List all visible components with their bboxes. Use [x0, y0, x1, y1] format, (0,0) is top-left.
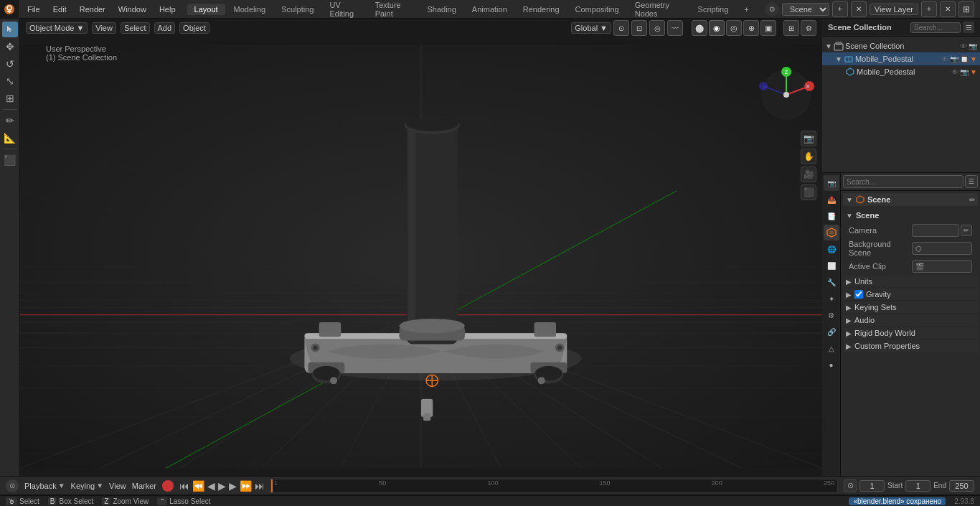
view-layer-selector[interactable]: View Layer	[870, 4, 918, 15]
menu-render[interactable]: Render	[74, 4, 111, 15]
background-scene-input[interactable]: ⬡	[912, 242, 972, 255]
proportional-edit-btn[interactable]: ◎	[649, 20, 665, 36]
overlay-btn[interactable]: ⊕	[743, 20, 759, 36]
view-dropdown[interactable]: View	[109, 482, 126, 490]
keying-sets-header[interactable]: ▶ Keying Sets	[843, 301, 978, 313]
tab-texture-paint[interactable]: Texture Paint	[368, 0, 419, 19]
tab-modeling[interactable]: Modeling	[227, 4, 273, 15]
skip-start-btn[interactable]: ⏮	[179, 480, 189, 492]
tab-geometry-nodes[interactable]: Geometry Nodes	[628, 0, 689, 19]
gizmo-btn[interactable]: ⊞	[783, 20, 799, 36]
prop-tab-particles[interactable]: ✦	[824, 291, 839, 306]
transform-orientation[interactable]: Global ▼	[571, 22, 611, 34]
view-menu[interactable]: View	[92, 22, 116, 34]
snap-btn[interactable]: ⊡	[631, 20, 647, 36]
scene-section-header[interactable]: ▼ Scene ✏	[843, 193, 978, 206]
prop-tab-view-layer[interactable]: 📑	[824, 208, 839, 224]
outliner-item-scene-collection[interactable]: ▼ Scene Collection 👁 📷	[822, 39, 980, 52]
zoom-btn[interactable]: 🎥	[801, 167, 816, 182]
menu-help[interactable]: Help	[154, 4, 182, 15]
nav-gizmo[interactable]: X Z	[758, 66, 815, 125]
tab-sculpting[interactable]: Sculpting	[274, 4, 321, 15]
tab-layout[interactable]: Layout	[187, 4, 225, 15]
rigid-body-world-header[interactable]: ▶ Rigid Body World	[843, 327, 978, 339]
viewport-shading-solid[interactable]: ⬤	[692, 20, 707, 36]
props-filter-btn[interactable]: ☰	[965, 175, 978, 188]
keying-dropdown[interactable]: Keying ▼	[71, 482, 104, 490]
frame-selected-btn[interactable]: ⬛	[801, 184, 816, 200]
viewport-shading-rendered[interactable]: ◎	[726, 20, 742, 36]
camera-pick-btn[interactable]: ✏	[961, 225, 972, 236]
outliner-item-mobile-pedestal-2[interactable]: Mobile_Pedestal 👁 📷 ▼	[822, 65, 980, 78]
active-workspace-icon[interactable]: ⊙	[765, 2, 779, 17]
playback-dropdown[interactable]: Playback ▼	[24, 482, 65, 490]
audio-header[interactable]: ▶ Audio	[843, 314, 978, 326]
start-frame-input[interactable]	[905, 480, 930, 492]
xray-btn[interactable]: ▣	[760, 20, 776, 36]
props-options-btn[interactable]: ✏	[969, 196, 975, 204]
tool-measure[interactable]: 📐	[2, 130, 18, 146]
tool-move[interactable]: ✥	[2, 39, 18, 55]
gravity-checkbox[interactable]	[854, 290, 863, 299]
skip-end-btn[interactable]: ⏭	[255, 480, 265, 492]
step-forward-btn[interactable]: ▶	[229, 480, 237, 492]
prop-tab-object[interactable]: ⬜	[824, 258, 839, 273]
tool-transform[interactable]: ⊞	[2, 90, 18, 106]
tab-animation[interactable]: Animation	[465, 4, 514, 15]
options-btn[interactable]: ⚙	[801, 20, 816, 36]
tab-shading[interactable]: Shading	[420, 4, 463, 15]
tab-uv-editing[interactable]: UV Editing	[322, 0, 366, 19]
prop-tab-object-data[interactable]: △	[824, 340, 839, 356]
tool-cursor[interactable]	[2, 22, 18, 37]
tool-add-cube[interactable]: ⬛	[2, 152, 18, 168]
outliner-search[interactable]	[910, 22, 961, 33]
prop-tab-scene[interactable]	[824, 225, 839, 240]
header-options[interactable]: 〰	[667, 20, 683, 36]
prop-tab-render[interactable]: 📷	[824, 175, 839, 191]
frame-type-indicator[interactable]: ⊙	[6, 479, 19, 492]
menu-edit[interactable]: Edit	[47, 4, 72, 15]
tool-annotate[interactable]: ✏	[2, 113, 18, 128]
remove-scene-btn[interactable]: ✕	[851, 1, 867, 17]
current-frame-input[interactable]	[859, 480, 885, 492]
play-btn[interactable]: ▶	[218, 480, 226, 492]
tool-scale[interactable]: ⤡	[2, 73, 18, 89]
gravity-header[interactable]: ▶ Gravity	[843, 289, 978, 300]
end-frame-input[interactable]	[949, 480, 974, 492]
scene-sub-header[interactable]: ▼ Scene	[843, 210, 978, 221]
viewport-canvas[interactable]: X Z 📷 ✋ 🎥	[20, 37, 822, 476]
pan-btn[interactable]: ✋	[801, 149, 816, 164]
props-search-input[interactable]	[843, 175, 963, 188]
menu-file[interactable]: File	[22, 4, 46, 15]
frame-type-btn[interactable]: ⊙	[844, 479, 857, 492]
timeline-track[interactable]: 1 50 100 150 200 250	[270, 479, 838, 493]
outliner-filter-btn[interactable]: ☰	[963, 22, 974, 33]
scene-selector[interactable]: Scene	[782, 3, 829, 16]
tab-scripting[interactable]: Scripting	[691, 4, 736, 15]
outliner-item-mobile-pedestal-1[interactable]: ▼ Mobile_Pedestal 👁 📷 🔲 ▼	[822, 52, 980, 65]
tab-add[interactable]: +	[737, 4, 755, 15]
camera-view-btn[interactable]: 📷	[801, 131, 816, 146]
tab-compositing[interactable]: Compositing	[568, 4, 626, 15]
marker-dropdown[interactable]: Marker	[132, 482, 156, 490]
prop-tab-modifier[interactable]: 🔧	[824, 274, 839, 290]
record-btn[interactable]	[162, 480, 174, 492]
custom-properties-header[interactable]: ▶ Custom Properties	[843, 340, 978, 352]
add-scene-btn[interactable]: +	[832, 1, 848, 17]
next-keyframe-btn[interactable]: ⏩	[240, 480, 252, 492]
prop-tab-output[interactable]: 📤	[824, 192, 839, 207]
remove-view-layer-btn[interactable]: ✕	[940, 1, 956, 17]
add-view-layer-btn[interactable]: +	[921, 1, 937, 17]
pivot-btn[interactable]: ⊙	[613, 20, 629, 36]
viewport[interactable]: Object Mode ▼ View Select Add Object Glo…	[20, 19, 822, 476]
filter-icon[interactable]: ⊞	[958, 1, 974, 17]
active-clip-input[interactable]: 🎬	[912, 260, 972, 273]
viewport-shading-material[interactable]: ◉	[709, 20, 725, 36]
step-back-btn[interactable]: ◀	[207, 480, 215, 492]
prev-keyframe-btn[interactable]: ⏪	[192, 480, 204, 492]
select-menu[interactable]: Select	[121, 22, 150, 34]
menu-window[interactable]: Window	[113, 4, 152, 15]
prop-tab-physics[interactable]: ⚙	[824, 307, 839, 323]
object-menu[interactable]: Object	[179, 22, 209, 34]
prop-tab-world[interactable]: 🌐	[824, 241, 839, 257]
